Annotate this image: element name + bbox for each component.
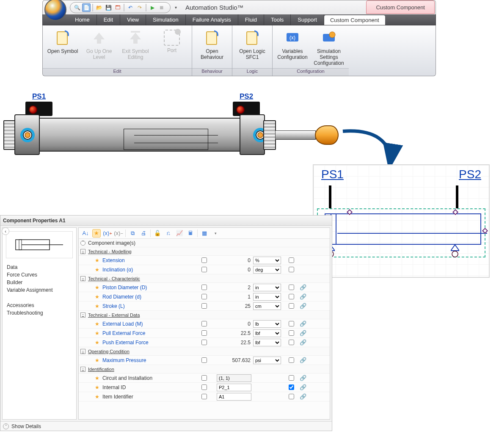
cylinder-illustration: PS1 PS2 (0, 97, 499, 169)
qat-search-icon[interactable]: 🔍 (73, 3, 81, 12)
page-icon (54, 30, 71, 47)
ribbon-button-label: Go Up One Level (82, 48, 116, 60)
menu-tools[interactable]: Tools (264, 14, 290, 25)
qat-play-icon[interactable]: ▶ (148, 3, 157, 12)
ribbon-button-label: Exit Symbol Editing (118, 48, 153, 60)
menu-simulation[interactable]: Simulation (146, 14, 185, 25)
qat-open-icon[interactable]: 📂 (95, 3, 103, 12)
quick-access-toolbar: 🔍 📄 📂 💾 🗔 ↶ ↷ ▶ ⏹ (70, 2, 171, 13)
ribbon-group-label: Logic (232, 68, 272, 76)
menu-view[interactable]: View (120, 14, 146, 25)
arrow-up-icon (91, 30, 108, 47)
sensor-label-ps1: PS1 (32, 92, 46, 101)
qat-file-icon[interactable]: 📄 (82, 3, 91, 12)
ribbon-port: Port (154, 28, 190, 53)
schematic-label-ps2[interactable]: PS2 (459, 168, 481, 169)
page-icon (244, 30, 261, 47)
qat-stop-icon[interactable]: ⏹ (157, 3, 166, 12)
ribbon-tab-strip: HomeEditViewSimulationFailure AnalysisFl… (42, 14, 436, 25)
svg-rect-3 (247, 32, 257, 44)
qat-save-icon[interactable]: 💾 (104, 3, 113, 12)
menu-fluid[interactable]: Fluid (238, 14, 264, 25)
ribbon-variables-configuration[interactable]: (x)Variables Configuration (274, 28, 311, 60)
menu-edit[interactable]: Edit (97, 14, 120, 25)
context-tab-custom-component[interactable]: Custom Component (366, 0, 435, 14)
qat-redo-icon[interactable]: ↷ (135, 3, 144, 12)
ribbon-button-label: Open Symbol (45, 48, 80, 54)
svg-rect-2 (207, 32, 217, 44)
ribbon-button-label: Open Behaviour (195, 48, 229, 60)
ribbon-button-label: Open Logic SFC1 (235, 48, 270, 60)
sensor-label-ps2: PS2 (240, 92, 253, 101)
arrow-up-hat-icon (127, 30, 144, 47)
arrow-to-schematic (339, 127, 406, 169)
page-icon (204, 30, 221, 47)
title-bar: 🔍 📄 📂 💾 🗔 ↶ ↷ ▶ ⏹ ▾ Automation Studio™ C… (42, 0, 436, 14)
ribbon-simulation-settings-configuration[interactable]: Simulation Settings Configuration (311, 28, 347, 66)
sensor-ps2 (233, 102, 260, 116)
ribbon-group-label: Edit (43, 68, 192, 76)
globe-icon: (x) (284, 30, 301, 47)
qat-delete-icon[interactable]: 🗔 (113, 3, 122, 12)
ribbon-button-label: Simulation Settings Configuration (312, 48, 346, 66)
svg-rect-0 (57, 32, 67, 44)
ribbon-button-label: Variables Configuration (275, 48, 310, 60)
menu-failure-analysis[interactable]: Failure Analysis (186, 14, 238, 25)
gear-globe-icon (320, 30, 337, 47)
schematic-label-ps1[interactable]: PS1 (321, 168, 344, 169)
svg-rect-1 (131, 31, 140, 33)
ribbon-open-behaviour[interactable]: Open Behaviour (194, 28, 230, 60)
app-title: Automation Studio™ (185, 4, 244, 11)
menu-home[interactable]: Home (68, 14, 96, 25)
ribbon-go-up-one-level: Go Up One Level (81, 28, 117, 60)
symbol-schematic-panel: PS1 PS2 (313, 164, 490, 169)
sensor-ps1 (25, 102, 52, 116)
menu-support[interactable]: Support (291, 14, 324, 25)
port-icon (164, 30, 180, 46)
qat-undo-icon[interactable]: ↶ (126, 3, 135, 12)
ribbon-group-label: Configuration (273, 68, 349, 76)
ribbon-button-label: Port (154, 47, 189, 53)
ribbon-body: Open SymbolGo Up One LevelExit Symbol Ed… (42, 25, 436, 76)
ribbon-open-logic-sfc1[interactable]: Open Logic SFC1 (234, 28, 270, 60)
ribbon-open-symbol[interactable]: Open Symbol (44, 28, 81, 54)
svg-text:(x): (x) (289, 35, 295, 41)
ribbon-group-label: Behaviour (192, 68, 232, 76)
svg-point-7 (329, 32, 335, 38)
ribbon-exit-symbol-editing: Exit Symbol Editing (117, 28, 154, 60)
menu-custom-component[interactable]: Custom Component (324, 15, 385, 25)
qat-customize-icon[interactable]: ▾ (175, 5, 177, 10)
